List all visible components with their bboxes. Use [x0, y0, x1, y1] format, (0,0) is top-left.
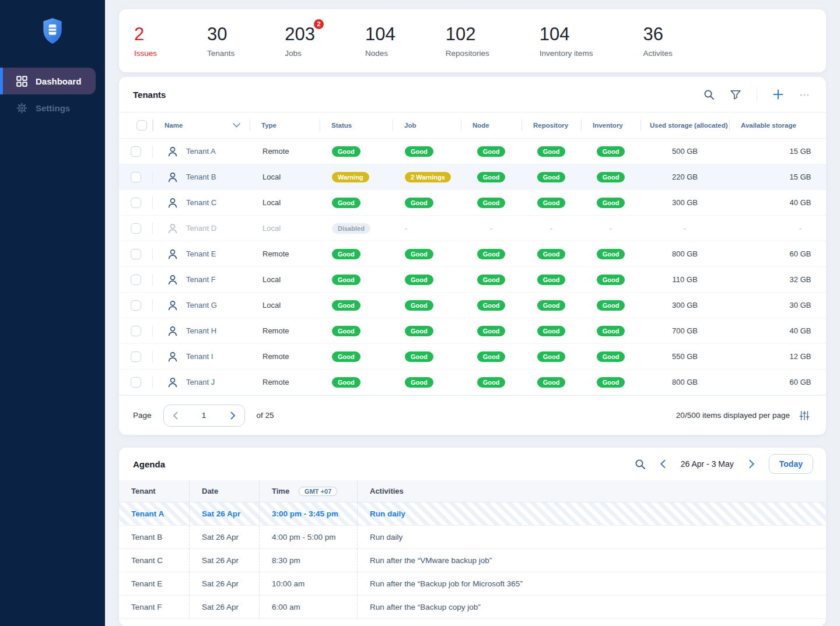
main-content: 2Issues30Tenants2032Jobs104Nodes102Repos… — [105, 0, 840, 626]
prev-week-icon[interactable] — [660, 459, 666, 469]
tenant-row[interactable]: Tenant JRemoteGoodGoodGoodGoodGood800 GB… — [119, 370, 826, 395]
tenant-row[interactable]: Tenant FLocalGoodGoodGoodGoodGood110 GB3… — [119, 267, 826, 293]
tenant-row[interactable]: Tenant ARemoteGoodGoodGoodGoodGood500 GB… — [119, 139, 826, 164]
select-all-checkbox[interactable] — [136, 120, 147, 131]
row-checkbox[interactable] — [131, 351, 141, 362]
node-cell: Good — [461, 351, 522, 362]
agenda-date: Sat 26 Apr — [189, 502, 259, 525]
row-checkbox[interactable] — [131, 249, 141, 259]
row-checkbox[interactable] — [131, 275, 141, 285]
column-header-status[interactable]: Status — [320, 122, 393, 129]
tenant-name-cell[interactable]: Tenant E — [153, 248, 250, 260]
filter-icon[interactable] — [730, 89, 741, 100]
tenant-name-cell[interactable]: Tenant D — [153, 223, 250, 234]
row-checkbox[interactable] — [131, 377, 141, 388]
tenant-row[interactable]: Tenant DLocalDisabled------ — [119, 216, 826, 241]
job-cell: Good — [393, 146, 461, 157]
status-badge: Good — [405, 249, 433, 259]
next-week-icon[interactable] — [749, 459, 755, 469]
person-icon — [167, 325, 178, 337]
person-icon — [167, 171, 178, 183]
tenant-name-cell[interactable]: Tenant B — [153, 171, 250, 183]
tenant-name-cell[interactable]: Tenant C — [153, 197, 250, 209]
tenant-type: Local — [250, 198, 320, 207]
row-checkbox[interactable] — [131, 172, 141, 182]
inventory-cell: Good — [581, 326, 640, 336]
tenant-name-cell[interactable]: Tenant I — [153, 351, 250, 363]
column-header-name[interactable]: Name — [153, 122, 250, 129]
row-checkbox[interactable] — [131, 326, 141, 336]
agenda-activity: Run daily — [357, 502, 826, 525]
node-cell: Good — [461, 300, 522, 311]
tenant-row[interactable]: Tenant IRemoteGoodGoodGoodGoodGood550 GB… — [119, 344, 826, 370]
column-header-repository[interactable]: Repository — [522, 122, 581, 129]
tenant-row[interactable]: Tenant BLocalWarning2 WarningsGoodGoodGo… — [119, 164, 826, 190]
prev-page-icon[interactable] — [173, 412, 178, 420]
row-checkbox-cell — [119, 216, 153, 241]
column-header-inventory[interactable]: Inventory — [581, 122, 640, 129]
tenant-row[interactable]: Tenant GLocalGoodGoodGoodGoodGood300 GB3… — [119, 293, 826, 318]
alert-count-badge: 2 — [314, 19, 324, 29]
sidebar-item-settings[interactable]: Settings — [0, 94, 96, 121]
stat-activites[interactable]: 36Activites — [643, 24, 672, 58]
tenant-type: Remote — [250, 378, 320, 386]
tenant-name-cell[interactable]: Tenant J — [153, 377, 250, 388]
stat-issues[interactable]: 2Issues — [134, 24, 157, 58]
tenant-row[interactable]: Tenant CLocalGoodGoodGoodGoodGood300 GB4… — [119, 190, 826, 216]
agenda-time: 6:00 am — [259, 596, 357, 618]
agenda-title: Agenda — [133, 459, 165, 469]
agenda-date: Sat 26 Apr — [189, 526, 259, 548]
agenda-search-icon[interactable] — [635, 459, 646, 470]
agenda-column-date: Date — [189, 480, 259, 502]
row-checkbox[interactable] — [131, 300, 141, 311]
tenant-name-cell[interactable]: Tenant G — [153, 300, 250, 311]
tenant-row[interactable]: Tenant HRemoteGoodGoodGoodGoodGood700 GB… — [119, 318, 826, 344]
stat-value: 2032 — [285, 24, 315, 45]
used-storage-cell: 500 GB — [640, 147, 729, 156]
stat-inventory-items[interactable]: 104Inventory items — [540, 24, 593, 58]
add-tenant-icon[interactable] — [772, 89, 784, 100]
person-icon — [167, 300, 178, 311]
row-checkbox[interactable] — [131, 223, 141, 234]
column-header-used-storage[interactable]: Used storage (allocated) — [640, 122, 729, 129]
stat-value: 104 — [365, 24, 396, 45]
status-badge: Good — [477, 172, 506, 182]
status-cell: Good — [320, 351, 393, 362]
row-checkbox-cell — [119, 190, 153, 215]
tenant-name: Tenant F — [186, 275, 216, 284]
tenant-row[interactable]: Tenant ERemoteGoodGoodGoodGoodGood800 GB… — [119, 241, 826, 267]
agenda-row[interactable]: Tenant CSat 26 Apr8:30 pmRun after the “… — [119, 549, 826, 572]
agenda-table-body: Tenant ASat 26 Apr3:00 pm - 3:45 pmRun d… — [119, 502, 826, 619]
agenda-row[interactable]: Tenant FSat 26 Apr6:00 amRun after the “… — [119, 596, 826, 619]
sidebar-item-dashboard[interactable]: Dashboard — [0, 68, 96, 94]
empty-value: - — [684, 224, 686, 233]
stat-tenants[interactable]: 30Tenants — [207, 24, 235, 58]
agenda-row[interactable]: Tenant ASat 26 Apr3:00 pm - 3:45 pmRun d… — [119, 502, 826, 526]
more-options-icon[interactable]: … — [799, 89, 811, 100]
next-page-icon[interactable] — [230, 412, 236, 420]
stat-jobs[interactable]: 2032Jobs — [285, 24, 315, 58]
column-header-node[interactable]: Node — [461, 122, 522, 129]
row-checkbox[interactable] — [131, 198, 141, 208]
tenant-name-cell[interactable]: Tenant F — [153, 274, 250, 286]
pagination-bar: Page 1 of 25 20/500 items displayed per … — [119, 395, 826, 435]
search-icon[interactable] — [704, 89, 715, 100]
row-checkbox-cell — [119, 164, 153, 189]
agenda-row[interactable]: Tenant ESat 26 Apr10:00 amRun after the … — [119, 572, 826, 596]
column-header-job[interactable]: Job — [393, 122, 461, 129]
status-cell: Good — [320, 249, 393, 259]
page-size-settings-icon[interactable] — [799, 410, 810, 421]
total-pages-label: of 25 — [257, 411, 274, 420]
today-button[interactable]: Today — [769, 454, 813, 474]
stat-repositories[interactable]: 102Repositories — [446, 24, 489, 58]
used-storage-cell: 800 GB — [640, 249, 729, 258]
current-page-value[interactable]: 1 — [202, 411, 206, 420]
row-checkbox[interactable] — [131, 146, 141, 157]
column-header-type[interactable]: Type — [250, 122, 320, 129]
tenant-name-cell[interactable]: Tenant H — [153, 325, 250, 337]
tenant-name-cell[interactable]: Tenant A — [153, 146, 250, 157]
row-checkbox-cell — [119, 267, 153, 292]
column-header-available-storage[interactable]: Available storage — [729, 122, 826, 129]
agenda-row[interactable]: Tenant BSat 26 Apr4:00 pm - 5:00 pmRun d… — [119, 526, 826, 549]
stat-nodes[interactable]: 104Nodes — [365, 24, 396, 58]
